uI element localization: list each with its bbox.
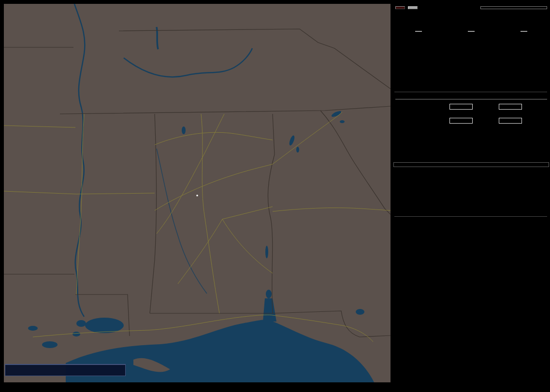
intracloud-row [395,118,547,124]
distribution-section [395,98,547,132]
distribution-title [395,98,547,99]
cg-minus-bar [499,104,522,110]
recent-ic-minus-icon [37,365,47,370]
recent-cg-plus-icon [47,365,58,370]
clock-display [393,162,549,167]
map-canvas[interactable] [4,4,391,382]
old-cg-plus-icon [47,370,58,376]
trend-chart [392,259,550,385]
legend-old-row [5,370,125,376]
bearing-display [480,6,547,9]
app-window [0,0,550,392]
map-legend [5,364,126,376]
strike-button[interactable] [395,6,405,9]
session-grid [395,223,550,227]
toolbar [395,6,547,9]
status-grid [395,182,549,188]
cg-plus-bar [449,104,473,110]
side-panel [392,0,550,392]
ic-plus-bar [449,118,473,124]
cloud-ground-row [395,104,547,110]
old-cg-minus-icon [27,370,37,376]
ic-minus-bar [499,118,522,124]
divider [394,216,547,217]
rate-chip-row [392,31,550,32]
close-per-min-chip [468,31,475,32]
noises-per-min-chip [521,31,527,32]
noise-button[interactable] [408,6,418,9]
map-panel[interactable] [4,4,391,382]
recent-ic-plus-icon [58,365,68,370]
legend-recent-row [5,365,125,370]
trend-graph-header [395,249,403,255]
recent-cg-minus-icon [27,365,37,370]
strikes-per-min-chip [415,31,422,32]
old-ic-minus-icon [37,370,47,376]
sensor-marker [196,195,198,196]
old-ic-plus-icon [58,370,68,376]
land-background [4,4,391,382]
divider [394,92,547,92]
